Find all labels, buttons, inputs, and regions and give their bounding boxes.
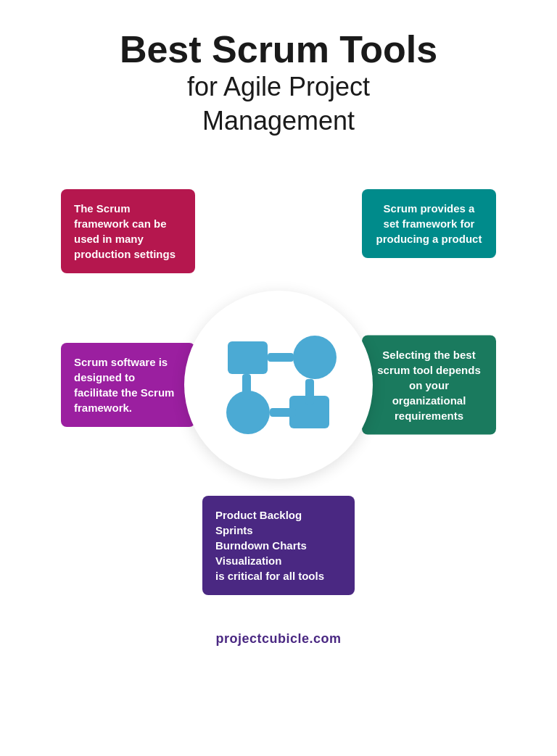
card-bottom-center: Product BacklogSprintsBurndown ChartsVis…: [202, 496, 355, 595]
card-top-left: The Scrum framework can be used in many …: [61, 189, 195, 273]
card-mid-left-text: Scrum software is designed to facilitate…: [74, 356, 174, 414]
diagram-container: The Scrum framework can be used in many …: [46, 167, 511, 602]
card-top-right: Scrum provides a set framework for produ…: [362, 189, 496, 258]
page-title-main: Best Scrum Tools: [120, 29, 437, 70]
page: Best Scrum Tools for Agile ProjectManage…: [0, 0, 557, 756]
svg-point-1: [293, 336, 337, 379]
page-title-sub: for Agile ProjectManagement: [120, 70, 437, 138]
card-bottom-center-text: Product BacklogSprintsBurndown ChartsVis…: [215, 509, 324, 582]
center-circle: [184, 291, 373, 479]
card-mid-left: Scrum software is designed to facilitate…: [61, 343, 195, 427]
svg-rect-0: [228, 341, 268, 374]
scrum-tool-icon: [213, 327, 344, 443]
title-section: Best Scrum Tools for Agile ProjectManage…: [120, 29, 437, 138]
card-top-right-text: Scrum provides a set framework for produ…: [376, 202, 482, 245]
svg-rect-5: [242, 374, 251, 400]
svg-rect-6: [305, 379, 314, 405]
card-mid-right: Selecting the best scrum tool depends on…: [362, 335, 496, 434]
svg-rect-4: [268, 353, 294, 362]
card-top-left-text: The Scrum framework can be used in many …: [74, 202, 176, 260]
footer-text: projectcubicle.com: [215, 631, 341, 647]
svg-rect-7: [270, 408, 296, 417]
card-mid-right-text: Selecting the best scrum tool depends on…: [377, 348, 481, 421]
